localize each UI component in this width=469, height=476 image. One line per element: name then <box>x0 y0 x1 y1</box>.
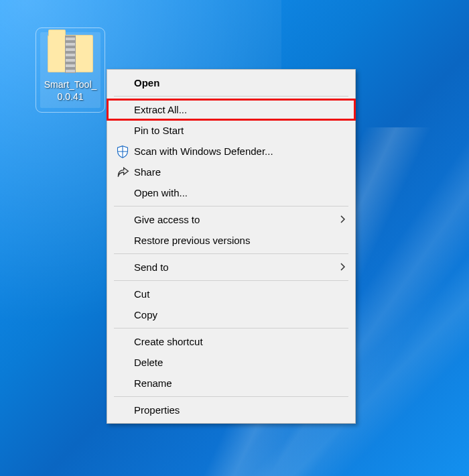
menu-label: Restore previous versions <box>131 235 346 246</box>
menu-item-scan-defender[interactable]: Scan with Windows Defender... <box>107 141 355 162</box>
menu-separator <box>114 280 348 281</box>
menu-item-properties[interactable]: Properties <box>107 400 355 420</box>
menu-separator <box>114 96 348 97</box>
menu-label: Send to <box>131 261 336 273</box>
menu-separator <box>114 206 348 206</box>
menu-label: Extract All... <box>131 104 346 115</box>
menu-item-create-shortcut[interactable]: Create shortcut <box>107 331 355 352</box>
menu-label: Copy <box>131 309 346 320</box>
menu-item-restore-previous[interactable]: Restore previous versions <box>107 230 355 251</box>
menu-separator <box>114 328 348 329</box>
menu-item-extract-all[interactable]: Extract All... <box>107 99 355 120</box>
menu-item-send-to[interactable]: Send to <box>107 257 355 278</box>
menu-label: Delete <box>131 357 346 368</box>
menu-item-open[interactable]: Open <box>107 72 355 93</box>
share-icon <box>114 166 131 179</box>
chevron-right-icon <box>336 214 346 225</box>
chevron-right-icon <box>336 261 346 273</box>
menu-item-give-access-to[interactable]: Give access to <box>107 209 355 230</box>
desktop-icon-label: Smart_Tool_ 0.0.41 <box>42 79 99 103</box>
menu-label: Properties <box>131 404 346 416</box>
menu-item-cut[interactable]: Cut <box>107 284 355 304</box>
menu-item-delete[interactable]: Delete <box>107 352 355 373</box>
zip-folder-icon <box>48 35 93 72</box>
menu-item-pin-to-start[interactable]: Pin to Start <box>107 120 355 141</box>
menu-item-rename[interactable]: Rename <box>107 373 355 394</box>
menu-label: Create shortcut <box>131 336 346 347</box>
menu-label: Rename <box>131 377 346 389</box>
menu-label: Pin to Start <box>131 125 346 136</box>
shield-icon <box>114 145 131 158</box>
context-menu: Open Extract All... Pin to Start Scan wi… <box>107 69 356 424</box>
desktop[interactable]: Smart_Tool_ 0.0.41 Open Extract All... P… <box>0 0 469 476</box>
desktop-icon-zip[interactable]: Smart_Tool_ 0.0.41 <box>40 32 100 108</box>
menu-item-share[interactable]: Share <box>107 162 355 182</box>
menu-separator <box>114 253 348 254</box>
menu-item-open-with[interactable]: Open with... <box>107 182 355 203</box>
menu-label: Scan with Windows Defender... <box>131 145 346 157</box>
menu-label: Cut <box>131 288 346 300</box>
menu-label: Give access to <box>131 214 336 225</box>
menu-label: Share <box>131 166 346 178</box>
menu-separator <box>114 396 348 397</box>
menu-label: Open <box>131 77 346 88</box>
menu-item-copy[interactable]: Copy <box>107 304 355 325</box>
menu-label: Open with... <box>131 187 346 198</box>
